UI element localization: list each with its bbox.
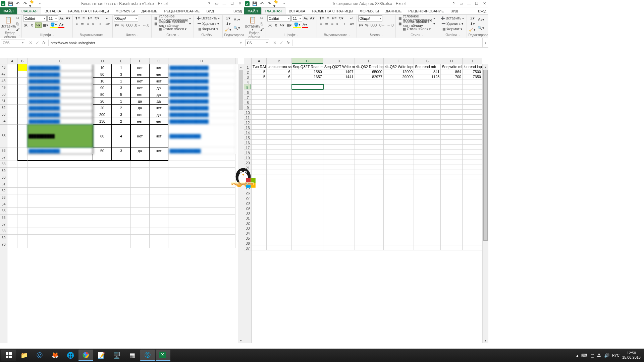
cell[interactable] [292,200,323,205]
cell[interactable] [17,194,28,201]
cell[interactable] [267,210,291,215]
cell[interactable] [17,228,28,235]
cell[interactable] [267,180,291,185]
enter-formula-icon[interactable]: ✓ [278,40,284,45]
row-header[interactable]: 14 [244,130,251,135]
row-header[interactable]: 68 [0,228,7,235]
font-size-select[interactable]: 11 [47,15,58,21]
cell[interactable] [384,125,414,130]
cell[interactable] [17,181,28,188]
cell[interactable] [323,155,355,160]
decrease-decimal-icon[interactable]: ←.0 [142,22,150,28]
cell[interactable]: нет [131,111,150,118]
cell[interactable] [441,225,463,230]
cell[interactable] [441,220,463,225]
cell[interactable] [323,165,355,170]
cell[interactable] [384,245,414,250]
cell[interactable] [131,235,150,241]
bold-icon[interactable]: Ж [23,22,29,28]
help-icon[interactable]: ? [206,1,212,7]
cell[interactable]: 4k read iops [463,64,482,69]
cell[interactable] [441,245,463,250]
cell[interactable] [292,150,323,155]
cell[interactable] [323,235,355,240]
cell[interactable] [93,188,112,194]
cell[interactable] [323,120,355,125]
cell[interactable] [355,215,384,220]
cell[interactable] [463,200,482,205]
cell[interactable] [414,79,441,84]
clear-icon[interactable]: 🧹▾ [224,27,232,32]
cell[interactable] [112,154,131,161]
cell[interactable] [414,180,441,185]
cell[interactable] [252,190,267,195]
cell[interactable] [463,220,482,225]
cell[interactable]: нет [131,64,150,71]
cell[interactable]: нет [131,91,150,98]
cell[interactable] [292,215,323,220]
qat-customize-icon[interactable]: ▾ [281,0,287,7]
column-header[interactable]: G [150,58,168,64]
cell[interactable]: Тип RAID [252,64,267,69]
cell[interactable] [7,208,17,215]
cut-icon[interactable]: ✂ [259,15,264,21]
cell[interactable] [267,115,291,120]
cell[interactable]: 7500 [463,69,482,74]
maximize-icon[interactable]: ☐ [473,1,480,7]
cell[interactable] [168,161,235,168]
cell[interactable] [355,155,384,160]
cell[interactable] [267,95,291,100]
font-name-select[interactable]: Calibri [267,15,291,21]
cell[interactable] [292,235,323,240]
cell[interactable] [463,160,482,165]
row-header[interactable]: 28 [244,200,251,205]
row-header[interactable]: 29 [244,205,251,210]
cell[interactable] [112,221,131,228]
cell[interactable] [252,115,267,120]
cell[interactable] [28,221,93,228]
row-header[interactable]: 26 [244,190,251,195]
column-header[interactable]: I [463,58,482,64]
cell[interactable] [17,125,28,147]
cell[interactable] [267,225,291,230]
cell[interactable] [17,188,28,194]
cell[interactable] [355,135,384,140]
cell[interactable] [267,150,291,155]
namebox[interactable]: C5 [245,40,269,46]
cell[interactable] [252,230,267,235]
cell[interactable] [414,170,441,175]
cell[interactable]: 1441 [323,74,355,79]
cell[interactable] [252,220,267,225]
cell[interactable] [292,79,323,84]
cell[interactable] [384,170,414,175]
cell[interactable] [323,135,355,140]
cell[interactable] [441,205,463,210]
row-header[interactable]: 50 [0,91,7,98]
cell[interactable] [168,188,235,194]
row-header[interactable]: 18 [244,150,251,155]
delete-cells-button[interactable]: ➖ Удалить ▾ [439,21,466,26]
tab-view[interactable]: ВИД [203,7,217,14]
cell[interactable] [267,170,291,175]
decrease-indent-icon[interactable]: ⇤ [91,21,97,26]
align-middle-icon[interactable]: ≡ [81,15,86,21]
cell[interactable] [414,165,441,170]
cell[interactable] [355,210,384,215]
qat-customize-icon[interactable]: ▾ [37,0,43,7]
cell[interactable]: ████████████ [28,71,93,78]
cell[interactable]: 3 [112,111,131,118]
cell[interactable] [384,120,414,125]
cell[interactable] [292,185,323,190]
tab-insert[interactable]: ВСТАВКА [285,7,309,14]
cell[interactable] [28,188,93,194]
cell[interactable] [17,64,28,71]
cell[interactable] [28,168,93,174]
cell[interactable]: ████████████ [28,64,93,71]
cell[interactable] [93,241,112,248]
save-icon[interactable]: 💾 [7,0,14,7]
cell[interactable] [131,174,150,181]
row-header[interactable]: 64 [0,201,7,208]
cell[interactable] [7,91,17,98]
cell[interactable]: нет [150,71,168,78]
cell[interactable] [323,160,355,165]
